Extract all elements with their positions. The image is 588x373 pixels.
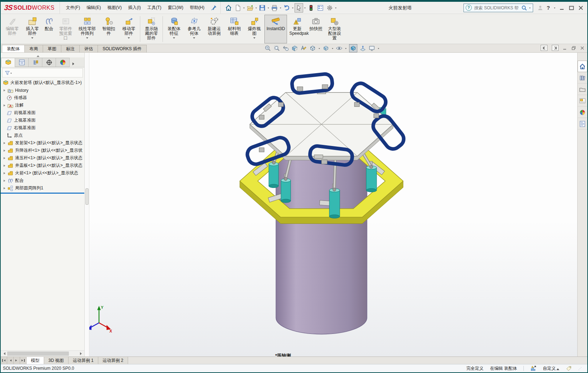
scrollbar-thumb[interactable] <box>7 351 69 356</box>
tab-3d-views[interactable]: 3D 视图 <box>44 357 69 364</box>
tab-assembly[interactable]: 装配体 <box>2 45 25 52</box>
menu-window[interactable]: 窗口(W) <box>165 2 187 14</box>
new-dropdown-arrow[interactable] <box>243 8 245 9</box>
open-dropdown-arrow[interactable] <box>255 8 257 9</box>
display-style-dropdown[interactable] <box>332 48 333 50</box>
select-dropdown-arrow[interactable] <box>304 8 306 9</box>
panel-collapse-strip[interactable] <box>1 53 84 57</box>
view-orientation-button[interactable] <box>309 45 316 52</box>
tree-item-circular-pattern[interactable]: 局部圆周阵列1 <box>1 184 84 192</box>
tree-item-hydraulic-rod[interactable]: 液压杆<1> (默认<<默认>_显示状态 <box>1 154 84 162</box>
new-document-button[interactable] <box>234 3 242 13</box>
save-button[interactable] <box>258 3 267 13</box>
tree-item-history[interactable]: History <box>1 86 84 94</box>
ribbon-large-assembly-settings[interactable]: 大型装配体设置 <box>324 15 344 43</box>
scroll-right-arrow[interactable] <box>79 351 84 357</box>
tree-item-front-plane[interactable]: 前视基准面 <box>1 109 84 117</box>
hide-show-dropdown[interactable] <box>345 48 347 50</box>
custom-toolbar-selector[interactable]: 自定义 <box>543 365 559 372</box>
tree-item-launch-frame[interactable]: 发射架<1> (默认<<默认>_显示状态 <box>1 139 84 147</box>
tab-layout[interactable]: 布局 <box>24 45 43 52</box>
ribbon-move-component[interactable]: 移动零部件 <box>119 15 139 43</box>
select-tool-button[interactable] <box>295 3 303 13</box>
tab-appearances[interactable] <box>56 58 70 67</box>
rebuild-button[interactable] <box>307 3 315 13</box>
menu-tools[interactable]: 工具(T) <box>144 2 164 14</box>
tab-model[interactable]: 模型 <box>27 357 44 364</box>
zoom-area-button[interactable] <box>273 45 280 52</box>
taskpane-appearances-button[interactable] <box>578 107 587 118</box>
panel-horizontal-scrollbar[interactable] <box>1 350 84 357</box>
taskpane-custom-properties-button[interactable] <box>578 118 587 129</box>
tree-item-right-plane[interactable]: 右视基准面 <box>1 124 84 132</box>
expand-arrow-icon[interactable] <box>4 104 6 107</box>
tab-motion-study-1[interactable]: 运动算例 1 <box>69 357 98 364</box>
dropdown-arrow[interactable] <box>128 37 130 40</box>
dropdown-arrow[interactable] <box>193 37 195 40</box>
ribbon-assembly-features[interactable]: 装配体特征 <box>164 15 184 43</box>
taskpane-file-explorer-button[interactable] <box>578 84 587 95</box>
screen-layout-button[interactable] <box>368 45 375 52</box>
tree-root-assembly[interactable]: 火箭发射塔 (默认<默认_显示状态-1>) <box>1 79 84 86</box>
tab-sketch[interactable]: 草图 <box>43 45 61 52</box>
taskpane-home-button[interactable] <box>578 61 587 72</box>
screen-layout-dropdown[interactable] <box>378 48 379 50</box>
tree-item-lift-linkage[interactable]: 升降连杆<1> (默认<<默认>_显示状 <box>1 147 84 154</box>
close-button[interactable] <box>578 5 584 11</box>
3d-drawing-view-button[interactable] <box>359 45 366 52</box>
previous-tab-button[interactable] <box>7 357 14 364</box>
help-search-box[interactable]: ? <box>464 4 533 12</box>
scroll-left-arrow[interactable] <box>1 351 6 357</box>
hide-show-items-button[interactable] <box>336 45 343 52</box>
next-document-button[interactable] <box>552 45 559 51</box>
ribbon-linear-pattern[interactable]: 线性零部件阵列 <box>76 15 99 43</box>
tree-item-cover-plate[interactable]: 井盖板<1> (默认<<默认>_显示状态 <box>1 162 84 169</box>
previous-document-button[interactable] <box>541 45 547 51</box>
doc-close-button[interactable] <box>580 46 584 50</box>
tab-markup[interactable]: 标注 <box>61 45 80 52</box>
home-button[interactable] <box>224 3 233 13</box>
ribbon-mate[interactable]: 配合 <box>42 15 56 43</box>
last-tab-button[interactable] <box>20 357 27 364</box>
performance-monitor-icon[interactable] <box>530 365 536 372</box>
tab-feature-tree[interactable] <box>1 58 15 67</box>
ribbon-bill-of-materials[interactable]: 材料明细表 <box>224 15 244 43</box>
expand-arrow-icon[interactable] <box>4 150 6 152</box>
settings-gear-button[interactable] <box>325 3 334 13</box>
tree-item-rocket[interactable]: 火箭<1> (默认<<默认>_显示状态 <box>1 169 84 177</box>
tree-item-annotations[interactable]: 注解 <box>1 101 84 109</box>
expand-arrow-icon[interactable] <box>4 180 6 182</box>
tree-item-origin[interactable]: 原点 <box>1 132 84 139</box>
tree-item-mates[interactable]: 配合 <box>1 177 84 184</box>
menu-help[interactable]: 帮助(H) <box>187 2 208 14</box>
help-button[interactable]: ? <box>547 5 550 11</box>
tree-filter[interactable] <box>2 68 83 77</box>
print-dropdown-arrow[interactable] <box>280 8 281 9</box>
menu-view[interactable]: 视图(V) <box>104 2 125 14</box>
user-account-icon[interactable] <box>537 5 543 11</box>
tree-item-top-plane[interactable]: 上视基准面 <box>1 117 84 124</box>
settings-dropdown-arrow[interactable] <box>335 8 337 9</box>
expand-arrow-icon[interactable] <box>4 165 6 167</box>
help-dropdown-arrow[interactable] <box>554 8 555 9</box>
dropdown-arrow[interactable] <box>253 37 255 40</box>
panel-tabs-overflow-arrow[interactable] <box>72 62 76 65</box>
ribbon-update-speedpak[interactable]: 更新Speedpak <box>287 15 307 43</box>
next-tab-button[interactable] <box>14 357 20 364</box>
ribbon-show-hidden-components[interactable]: 显示隐藏的零部件 <box>141 15 161 43</box>
display-style-button[interactable] <box>323 45 329 52</box>
doc-restore-button[interactable] <box>571 46 576 50</box>
dropdown-arrow[interactable] <box>173 37 175 40</box>
menu-file[interactable]: 文件(F) <box>63 2 83 14</box>
open-button[interactable] <box>246 3 254 13</box>
view-orientation-dropdown[interactable] <box>319 48 320 50</box>
splitter-grip[interactable] <box>85 188 89 205</box>
expand-arrow-icon[interactable] <box>4 172 6 174</box>
dropdown-arrow[interactable] <box>86 37 88 40</box>
ribbon-insert-component[interactable]: 插入零部件 <box>22 15 42 43</box>
tag-icon[interactable] <box>566 365 572 372</box>
ribbon-take-snapshot[interactable]: 拍快照 <box>307 15 324 43</box>
search-icon[interactable] <box>521 5 527 11</box>
tab-configuration-manager[interactable] <box>28 58 42 67</box>
expand-arrow-icon[interactable] <box>4 89 6 91</box>
